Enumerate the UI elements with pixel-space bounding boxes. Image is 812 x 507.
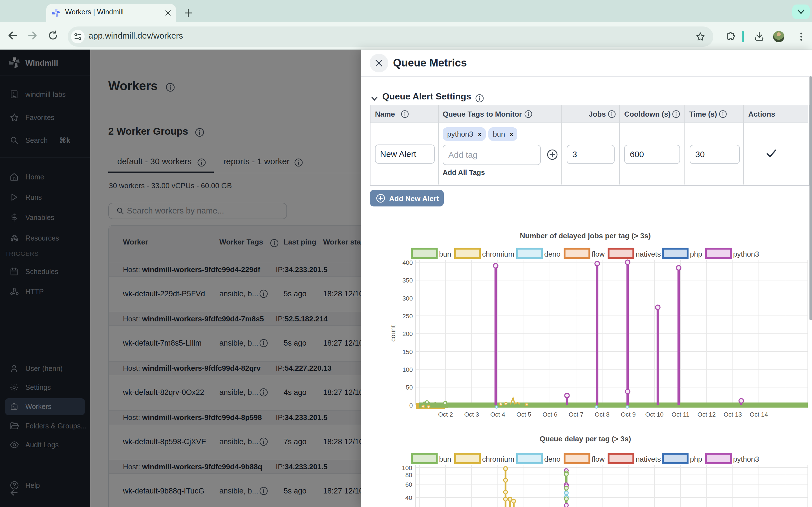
svg-text:flow: flow [592,455,605,463]
svg-text:nativets: nativets [636,455,661,463]
svg-text:Oct 7: Oct 7 [569,411,583,418]
svg-text:Oct 10: Oct 10 [645,411,664,418]
svg-text:Oct 13: Oct 13 [723,411,742,418]
svg-text:php: php [690,250,702,258]
svg-text:count: count [389,325,397,342]
svg-text:150: 150 [402,348,413,355]
svg-text:80: 80 [405,471,412,478]
svg-text:350: 350 [402,277,413,284]
svg-text:deno: deno [544,455,560,463]
svg-text:Oct 6: Oct 6 [543,411,557,418]
svg-text:python3: python3 [733,455,759,463]
svg-text:Oct 12: Oct 12 [698,411,716,418]
svg-text:Oct 9: Oct 9 [621,411,636,418]
svg-text:Oct 4: Oct 4 [490,411,505,418]
svg-text:Oct 5: Oct 5 [516,411,531,418]
svg-text:nativets: nativets [636,250,661,258]
svg-text:40: 40 [405,494,412,501]
svg-text:bun: bun [439,250,451,258]
svg-text:400: 400 [402,259,413,266]
svg-text:Oct 14: Oct 14 [750,411,768,418]
svg-text:Queue delay per tag (> 3s): Queue delay per tag (> 3s) [540,435,631,443]
svg-text:Oct 2: Oct 2 [438,411,453,418]
svg-text:python3: python3 [733,250,759,258]
svg-text:0: 0 [409,402,413,409]
svg-text:bun: bun [439,455,451,463]
svg-text:Oct 3: Oct 3 [464,411,479,418]
svg-text:100: 100 [402,366,413,373]
svg-text:php: php [690,455,702,463]
svg-text:flow: flow [592,250,605,258]
svg-text:Oct 11: Oct 11 [672,411,689,418]
svg-text:chromium: chromium [482,250,514,258]
svg-text:chromium: chromium [482,455,514,463]
svg-text:50: 50 [406,384,413,391]
svg-text:deno: deno [544,250,560,258]
svg-text:Number of delayed jobs per tag: Number of delayed jobs per tag (> 3s) [520,231,651,240]
svg-text:250: 250 [402,313,413,320]
svg-text:300: 300 [402,295,413,302]
svg-text:200: 200 [402,330,413,337]
svg-text:Oct 8: Oct 8 [595,411,610,418]
svg-text:100: 100 [402,464,412,471]
svg-text:60: 60 [405,481,412,488]
